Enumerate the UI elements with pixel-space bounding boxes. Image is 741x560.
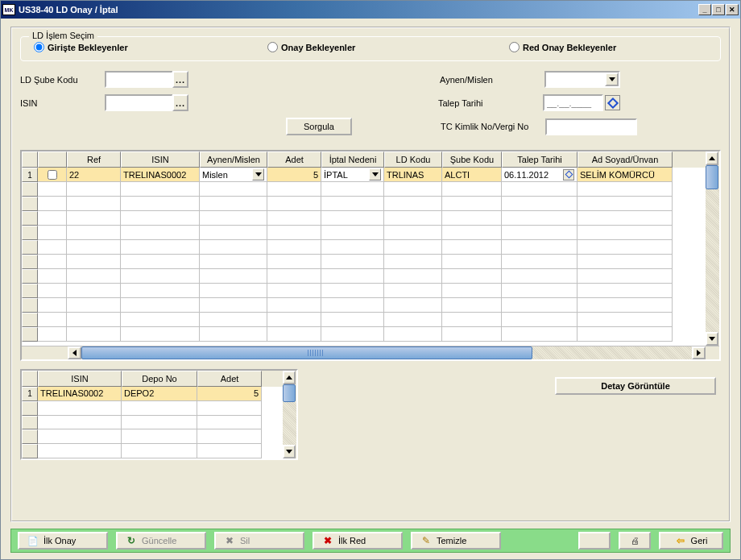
toolbar: İlk Onay Güncelle Sil İlk Red Temizle Ge… <box>10 529 731 553</box>
app-icon: MK <box>2 4 15 15</box>
grid-vscroll[interactable] <box>706 151 719 346</box>
cell-ad[interactable]: SELİM KÖMÜRCÜ <box>577 168 673 182</box>
scroll-down-icon[interactable] <box>283 445 296 458</box>
table-row[interactable]: 1 TRELINAS0002 DEPO2 5 <box>22 387 283 401</box>
talep-tarihi-input[interactable] <box>543 94 603 111</box>
scroll-left-icon[interactable] <box>68 346 81 359</box>
geri-button[interactable]: Geri <box>659 532 723 550</box>
cell-isin[interactable]: TRELINAS0002 <box>121 168 200 182</box>
scroll-down-icon[interactable] <box>706 332 718 346</box>
sg-col-adet[interactable]: Adet <box>197 371 262 387</box>
sg-cell-isin[interactable]: TRELINAS0002 <box>38 387 122 401</box>
guncelle-button[interactable]: Güncelle <box>116 532 206 550</box>
close-button[interactable]: ✕ <box>726 4 739 15</box>
ld-sube-lookup[interactable]: ... <box>172 71 188 88</box>
radio-giriste[interactable]: Girişte Bekleyenler <box>34 42 267 52</box>
label-talep-tarihi: Talep Tarihi <box>438 98 543 108</box>
isin-input[interactable] <box>105 94 173 111</box>
grid-hscroll[interactable] <box>22 346 719 359</box>
radio-red-onay[interactable]: Red Onay Bekleyenler <box>509 42 616 52</box>
cell-sube[interactable]: ALCTI <box>442 168 502 182</box>
cell-aynen[interactable]: Mislen <box>200 168 267 182</box>
islem-secim-group: LD İşlem Seçim Girişte Bekleyenler Onay … <box>20 36 721 61</box>
scroll-up-icon[interactable] <box>283 371 296 384</box>
chevron-down-icon[interactable] <box>252 168 264 180</box>
label-tc: TC Kimlik No/Vergi No <box>441 122 545 131</box>
ilk-onay-button[interactable]: İlk Onay <box>18 532 108 550</box>
detay-goruntule-button[interactable]: Detay Görüntüle <box>555 377 716 395</box>
aynen-dropdown[interactable] <box>544 71 620 88</box>
empty-button[interactable] <box>578 532 611 550</box>
ld-sube-input[interactable] <box>105 71 173 88</box>
cell-adet[interactable]: 5 <box>267 168 321 182</box>
reject-icon <box>322 535 333 546</box>
chevron-down-icon <box>605 73 619 86</box>
clear-icon <box>420 535 432 546</box>
sg-col-isin[interactable]: ISIN <box>38 371 122 387</box>
col-adet[interactable]: Adet <box>267 151 321 168</box>
print-icon <box>629 535 640 546</box>
ilk-red-button[interactable]: İlk Red <box>313 532 403 550</box>
col-ldkodu[interactable]: LD Kodu <box>384 151 442 168</box>
sg-cell-depo[interactable]: DEPO2 <box>122 387 197 401</box>
sil-button[interactable]: Sil <box>214 532 304 550</box>
scroll-right-icon[interactable] <box>692 346 706 359</box>
label-ld-sube: LD Şube Kodu <box>20 75 105 85</box>
calendar-icon <box>606 97 618 108</box>
scroll-up-icon[interactable] <box>706 151 718 165</box>
label-isin: ISIN <box>20 98 105 108</box>
isin-lookup[interactable]: ... <box>172 94 188 111</box>
grid-header: Ref ISIN Aynen/Mislen Adet İptal Nedeni … <box>22 151 706 168</box>
talep-tarihi-picker[interactable] <box>605 95 620 110</box>
groupbox-title: LD İşlem Seçim <box>29 31 97 40</box>
detail-grid: ISIN Depo No Adet 1 TRELINAS0002 DEPO2 5 <box>20 369 298 460</box>
temizle-button[interactable]: Temizle <box>411 532 501 550</box>
scroll-thumb[interactable] <box>283 384 296 402</box>
col-ad[interactable]: Ad Soyad/Ünvan <box>577 151 673 168</box>
calendar-icon[interactable] <box>563 169 574 180</box>
main-grid: Ref ISIN Aynen/Mislen Adet İptal Nedeni … <box>20 150 721 361</box>
cell-talep[interactable]: 06.11.2012 <box>502 168 577 182</box>
titlebar: MK US38-40 LD Onay / İptal _ □ ✕ <box>1 1 740 19</box>
scroll-thumb[interactable] <box>81 346 532 359</box>
sg-col-depo[interactable]: Depo No <box>122 371 197 387</box>
chevron-down-icon[interactable] <box>369 168 381 180</box>
tc-input[interactable] <box>545 118 637 135</box>
col-aynen[interactable]: Aynen/Mislen <box>200 151 267 168</box>
radio-onay[interactable]: Onay Bekleyenler <box>267 42 509 52</box>
scroll-thumb[interactable] <box>706 165 718 189</box>
sorgula-button[interactable]: Sorgula <box>286 118 352 135</box>
minimize-button[interactable]: _ <box>698 4 711 15</box>
row-checkbox[interactable] <box>38 168 67 182</box>
refresh-icon <box>126 535 137 546</box>
col-ref[interactable]: Ref <box>67 151 121 168</box>
sg-cell-adet[interactable]: 5 <box>197 387 262 401</box>
col-iptal[interactable]: İptal Nedeni <box>321 151 384 168</box>
cell-ref[interactable]: 22 <box>67 168 121 182</box>
maximize-button[interactable]: □ <box>712 4 725 15</box>
cell-ldkodu[interactable]: TRLINAS <box>384 168 442 182</box>
col-sube[interactable]: Şube Kodu <box>442 151 502 168</box>
back-icon <box>675 535 686 546</box>
delete-icon <box>224 535 235 546</box>
grid-body: 1 22 TRELINAS0002 Mislen 5 İPTAL TRLINAS… <box>22 168 706 346</box>
col-talep[interactable]: Talep Tarihi <box>502 151 577 168</box>
print-button[interactable] <box>619 532 651 550</box>
table-row[interactable]: 1 22 TRELINAS0002 Mislen 5 İPTAL TRLINAS… <box>22 168 706 182</box>
detail-vscroll[interactable] <box>283 371 296 458</box>
window-title: US38-40 LD Onay / İptal <box>19 5 118 15</box>
document-icon <box>27 535 39 546</box>
cell-iptal[interactable]: İPTAL <box>321 168 384 182</box>
label-aynen: Aynen/Mislen <box>440 75 544 85</box>
col-isin[interactable]: ISIN <box>121 151 200 168</box>
